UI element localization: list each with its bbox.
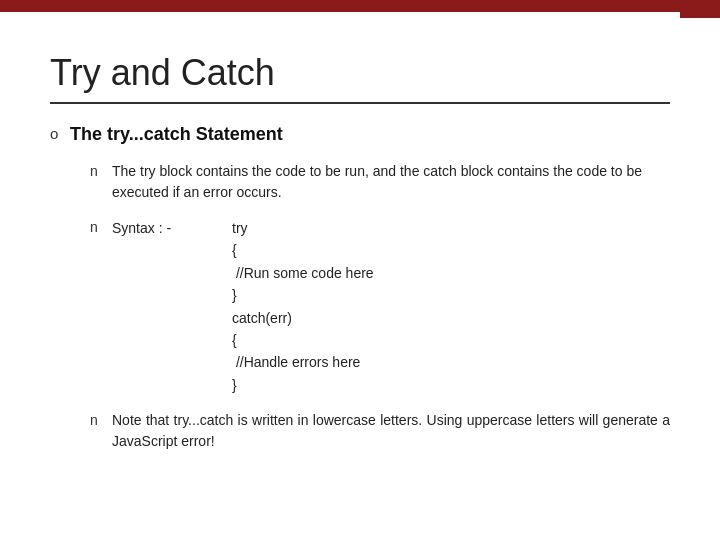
sub-bullet-marker-1: n [90,163,112,179]
code-block: try { //Run some code here } catch(err) … [232,217,374,396]
sub-bullet-marker-2: n [90,219,112,235]
sub-bullet-1: n The try block contains the code to be … [90,161,670,203]
divider [50,102,670,104]
sub-bullet-2: n Syntax : - try { //Run some code here … [90,217,670,396]
bullet1-text: The try block contains the code to be ru… [112,161,670,203]
page-title: Try and Catch [50,52,670,94]
main-content: Try and Catch o The try...catch Statemen… [0,12,720,508]
section-title: The try...catch Statement [70,124,670,145]
sub-bullet-marker-3: n [90,412,112,428]
main-section: o The try...catch Statement n The try bl… [50,124,670,466]
main-bullet-marker: o [50,125,70,142]
top-bar [0,0,720,12]
top-bar-accent [680,0,720,18]
syntax-label: Syntax : - [112,217,232,239]
bullet3-text: Note that try...catch is written in lowe… [112,410,670,452]
bullets-container: n The try block contains the code to be … [90,161,670,452]
syntax-block: Syntax : - try { //Run some code here } … [112,217,670,396]
sub-bullet-3: n Note that try...catch is written in lo… [90,410,670,452]
